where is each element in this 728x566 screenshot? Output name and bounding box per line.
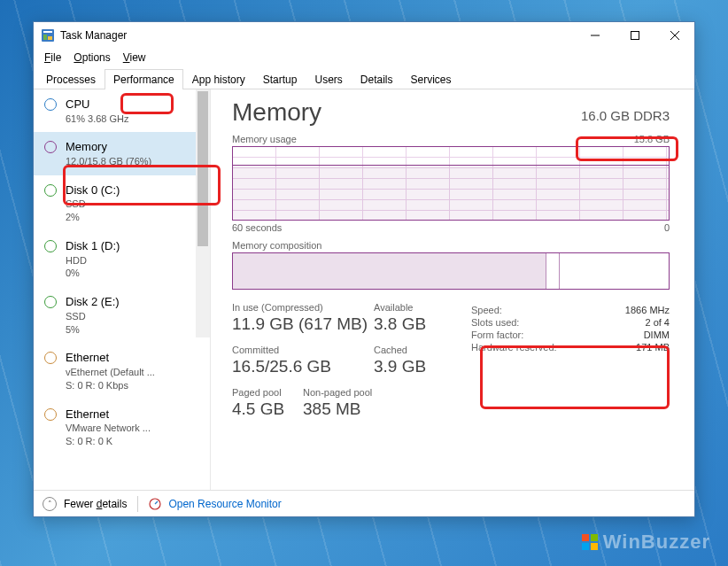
- ethernet-icon: [44, 352, 57, 364]
- svg-rect-1: [43, 31, 52, 33]
- disk-icon: [44, 296, 57, 308]
- sidebar-item-ethernet0[interactable]: EthernetvEthernet (Default ...S: 0 R: 0 …: [34, 343, 210, 399]
- fewer-details-link[interactable]: Fewer details: [64, 498, 127, 510]
- main-panel: Memory 16.0 GB DDR3 Memory usage 15.8 GB…: [211, 89, 694, 490]
- tab-services[interactable]: Services: [402, 69, 461, 89]
- stat-committed: 16.5/25.6 GB: [232, 357, 374, 376]
- chart1-label: Memory usage: [232, 134, 297, 144]
- maximize-button[interactable]: [615, 22, 654, 49]
- spec-speed: 1866 MHz: [625, 305, 670, 315]
- cpu-icon: [44, 98, 57, 111]
- tab-details[interactable]: Details: [352, 69, 402, 89]
- svg-rect-2: [43, 35, 47, 40]
- menu-file[interactable]: File: [39, 50, 66, 66]
- chart1-xmin: 60 seconds: [232, 222, 282, 233]
- svg-rect-3: [48, 36, 52, 40]
- spec-hw: 171 MB: [636, 342, 670, 353]
- stat-nonpaged: 385 MB: [303, 399, 436, 419]
- page-title: Memory: [232, 98, 321, 127]
- chart1-max: 15.8 GB: [634, 134, 670, 144]
- composition-chart: [232, 252, 670, 290]
- usage-chart: [232, 146, 670, 221]
- stat-inuse: 11.9 GB (617 MB): [232, 314, 374, 334]
- stat-available: 3.8 GB: [374, 314, 436, 334]
- menubar: File Options View: [34, 49, 694, 66]
- sidebar: CPU61% 3.68 GHz Memory12.0/15.8 GB (76%)…: [34, 89, 211, 490]
- open-resource-monitor-link[interactable]: Open Resource Monitor: [168, 498, 281, 510]
- menu-view[interactable]: View: [118, 50, 151, 66]
- tab-startup[interactable]: Startup: [254, 69, 306, 89]
- tab-performance[interactable]: Performance: [105, 69, 183, 89]
- svg-line-9: [155, 501, 158, 504]
- sidebar-item-disk0[interactable]: Disk 0 (C:)SSD2%: [34, 175, 210, 231]
- stat-cached: 3.9 GB: [374, 357, 436, 376]
- minimize-button[interactable]: [575, 22, 615, 49]
- app-icon: [41, 28, 55, 43]
- menu-options[interactable]: Options: [68, 50, 115, 66]
- stat-paged: 4.5 GB: [232, 399, 303, 419]
- sidebar-item-disk2[interactable]: Disk 2 (E:)SSD5%: [34, 287, 210, 343]
- titlebar: Task Manager: [34, 22, 694, 49]
- disk-icon: [44, 240, 57, 252]
- disk-icon: [44, 184, 57, 197]
- scrollbar[interactable]: [196, 89, 210, 337]
- resource-monitor-icon: [149, 498, 161, 510]
- sidebar-item-disk1[interactable]: Disk 1 (D:)HDD0%: [34, 231, 210, 287]
- chevron-up-icon[interactable]: ˄: [43, 497, 57, 511]
- svg-rect-5: [631, 32, 639, 40]
- spec-form: DIMM: [644, 330, 670, 340]
- chart1-xmax: 0: [664, 222, 670, 233]
- tab-app-history[interactable]: App history: [183, 69, 254, 89]
- sidebar-item-memory[interactable]: Memory12.0/15.8 GB (76%): [34, 132, 210, 174]
- tab-processes[interactable]: Processes: [37, 69, 105, 89]
- ethernet-icon: [44, 408, 57, 421]
- chart2-label: Memory composition: [232, 240, 670, 251]
- spec-slots: 2 of 4: [645, 317, 670, 328]
- tabbar: Processes Performance App history Startu…: [34, 66, 694, 89]
- footer: ˄ Fewer details Open Resource Monitor: [34, 490, 694, 516]
- memory-spec: 16.0 GB DDR3: [581, 108, 670, 123]
- close-button[interactable]: [654, 22, 694, 49]
- tab-users[interactable]: Users: [306, 69, 351, 89]
- sidebar-item-cpu[interactable]: CPU61% 3.68 GHz: [34, 89, 210, 132]
- task-manager-window: Task Manager File Options View Processes…: [33, 21, 695, 517]
- window-title: Task Manager: [60, 29, 575, 42]
- watermark: WinBuzzer: [582, 531, 710, 554]
- sidebar-item-ethernet1[interactable]: EthernetVMware Network ...S: 0 R: 0 K: [34, 399, 210, 455]
- memory-icon: [44, 141, 57, 153]
